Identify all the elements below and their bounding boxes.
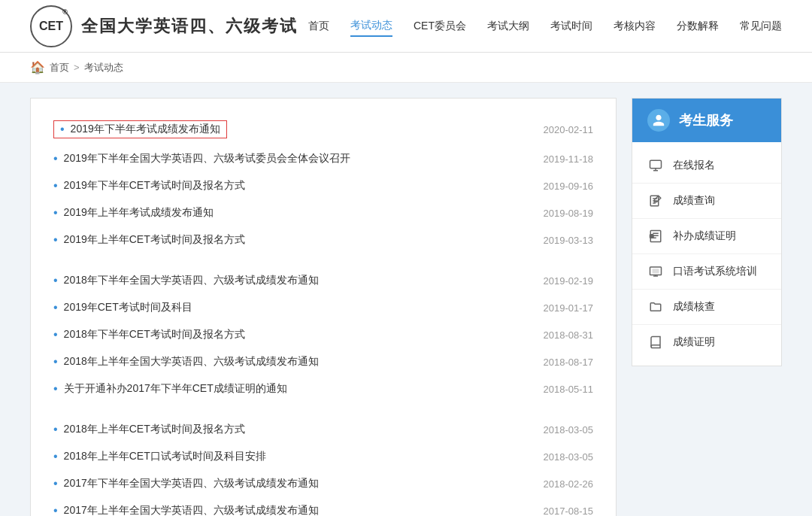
screen-icon [647, 263, 664, 280]
news-link-1[interactable]: 2019年下半年考试成绩发布通知 [53, 120, 227, 138]
registered-mark: ® [62, 8, 68, 16]
list-item: 2019年CET考试时间及科目 2019-01-17 [53, 294, 593, 321]
news-link-6[interactable]: 2018年下半年全国大学英语四、六级考试成绩发布通知 [53, 274, 319, 287]
sidebar-item-label: 成绩证明 [673, 335, 715, 349]
nav-score[interactable]: 分数解释 [677, 17, 719, 36]
sidebar-title: 考生服务 [679, 111, 733, 129]
sidebar-header-icon [647, 109, 670, 132]
logo: CET ® [30, 5, 72, 47]
list-item: 2019年下半年全国大学英语四、六级考试委员会全体会议召开 2019-11-18 [53, 145, 593, 172]
news-link-14[interactable]: 2017年上半年全国大学英语四、六级考试成绩发布通知 [53, 504, 319, 516]
news-date-8: 2018-08-31 [544, 329, 594, 341]
news-link-9[interactable]: 2018年上半年全国大学英语四、六级考试成绩发布通知 [53, 355, 319, 369]
site-title: 全国大学英语四、六级考试 [81, 15, 298, 38]
breadcrumb-sep: > [74, 62, 80, 73]
nav-news[interactable]: 考试动态 [350, 16, 392, 37]
news-link-13[interactable]: 2017年下半年全国大学英语四、六级考试成绩发布通知 [53, 477, 319, 490]
edit-icon [647, 193, 664, 209]
folder-icon [647, 299, 664, 315]
main-nav: 首页 考试动态 CET委员会 考试大纲 考试时间 考核内容 分数解释 常见问题 [308, 16, 782, 37]
news-date-3: 2019-09-16 [544, 181, 594, 192]
header: CET ® 全国大学英语四、六级考试 首页 考试动态 CET委员会 考试大纲 考… [0, 0, 812, 53]
sidebar-item-label: 口语考试系统培训 [673, 265, 757, 278]
news-list: 2019年下半年考试成绩发布通知 2020-02-11 2019年下半年全国大学… [53, 114, 593, 516]
sidebar-item-registration[interactable]: 在线报名 [632, 148, 781, 184]
list-item: 2019年下半年考试成绩发布通知 2020-02-11 [53, 114, 593, 145]
list-item: 2018年上半年CET口试考试时间及科目安排 2018-03-05 [53, 443, 593, 470]
list-item: 2019年下半年CET考试时间及报名方式 2019-09-16 [53, 172, 593, 199]
section-divider [53, 253, 593, 267]
sidebar: 考生服务 在线报名 成绩查询 [632, 98, 782, 516]
news-link-2[interactable]: 2019年下半年全国大学英语四、六级考试委员会全体会议召开 [53, 152, 350, 165]
nav-faq[interactable]: 常见问题 [740, 17, 782, 36]
news-date-6: 2019-02-19 [544, 275, 594, 287]
news-link-4[interactable]: 2019年上半年考试成绩发布通知 [53, 206, 214, 220]
news-date-1: 2020-02-11 [544, 124, 594, 135]
news-link-11[interactable]: 2018年上半年CET考试时间及报名方式 [53, 423, 245, 436]
monitor-icon [647, 157, 664, 174]
news-link-3[interactable]: 2019年下半年CET考试时间及报名方式 [53, 179, 245, 193]
breadcrumb-home[interactable]: 首页 [50, 61, 69, 74]
list-item: 2017年上半年全国大学英语四、六级考试成绩发布通知 2017-08-15 [53, 497, 593, 516]
svg-rect-0 [650, 160, 662, 168]
list-item: 2018年上半年全国大学英语四、六级考试成绩发布通知 2018-08-17 [53, 348, 593, 375]
content-area: 2019年下半年考试成绩发布通知 2020-02-11 2019年下半年全国大学… [30, 98, 617, 516]
sidebar-card: 考生服务 在线报名 成绩查询 [632, 98, 782, 366]
sidebar-item-label: 补办成绩证明 [673, 229, 736, 243]
news-date-11: 2018-03-05 [544, 424, 594, 436]
news-link-8[interactable]: 2018年下半年CET考试时间及报名方式 [53, 328, 245, 341]
home-icon: 🏠 [30, 60, 45, 74]
nav-syllabus[interactable]: 考试大纲 [487, 17, 529, 36]
sidebar-item-score-query[interactable]: 成绩查询 [632, 184, 781, 219]
news-link-5[interactable]: 2019年上半年CET考试时间及报名方式 [53, 233, 245, 247]
sidebar-item-score-check[interactable]: 成绩核查 [632, 290, 781, 325]
section-divider [53, 402, 593, 416]
list-item: 2019年上半年考试成绩发布通知 2019-08-19 [53, 199, 593, 226]
sidebar-item-label: 在线报名 [673, 159, 715, 172]
news-link-7[interactable]: 2019年CET考试时间及科目 [53, 301, 192, 314]
news-date-5: 2019-03-13 [544, 235, 594, 246]
news-link-12[interactable]: 2018年上半年CET口试考试时间及科目安排 [53, 450, 266, 463]
logo-area: CET ® 全国大学英语四、六级考试 [30, 5, 298, 47]
svg-rect-5 [650, 235, 654, 238]
document-icon [647, 228, 664, 244]
news-date-2: 2019-11-18 [544, 153, 594, 165]
list-item: 2017年下半年全国大学英语四、六级考试成绩发布通知 2018-02-26 [53, 470, 593, 497]
list-item: 2018年下半年全国大学英语四、六级考试成绩发布通知 2019-02-19 [53, 267, 593, 294]
main-wrapper: 2019年下半年考试成绩发布通知 2020-02-11 2019年下半年全国大学… [0, 83, 812, 516]
nav-home[interactable]: 首页 [308, 17, 329, 36]
breadcrumb: 🏠 首页 > 考试动态 [0, 53, 812, 83]
logo-text: CET [39, 20, 63, 33]
book-icon [647, 334, 664, 351]
list-item: 2019年上半年CET考试时间及报名方式 2019-03-13 [53, 226, 593, 253]
sidebar-item-score-cert[interactable]: 成绩证明 [632, 325, 781, 360]
news-date-9: 2018-08-17 [544, 357, 594, 368]
sidebar-menu: 在线报名 成绩查询 补办成绩证明 [632, 142, 781, 366]
sidebar-header: 考生服务 [632, 99, 781, 142]
nav-committee[interactable]: CET委员会 [414, 17, 466, 36]
list-item: 2018年上半年CET考试时间及报名方式 2018-03-05 [53, 416, 593, 443]
nav-time[interactable]: 考试时间 [550, 17, 592, 36]
news-date-13: 2018-02-26 [544, 478, 594, 490]
sidebar-item-label: 成绩查询 [673, 194, 715, 208]
nav-content[interactable]: 考核内容 [614, 17, 656, 36]
breadcrumb-current: 考试动态 [84, 61, 123, 74]
sidebar-item-oral-training[interactable]: 口语考试系统培训 [632, 254, 781, 290]
news-date-7: 2019-01-17 [544, 302, 594, 314]
svg-rect-7 [653, 269, 659, 273]
list-item: 关于开通补办2017年下半年CET成绩证明的通知 2018-05-11 [53, 375, 593, 402]
sidebar-item-cert-reissue[interactable]: 补办成绩证明 [632, 219, 781, 254]
sidebar-item-label: 成绩核查 [673, 300, 715, 314]
news-date-10: 2018-05-11 [544, 384, 594, 395]
list-item: 2018年下半年CET考试时间及报名方式 2018-08-31 [53, 321, 593, 348]
news-date-4: 2019-08-19 [544, 208, 594, 219]
news-date-14: 2017-08-15 [544, 505, 594, 517]
news-date-12: 2018-03-05 [544, 451, 594, 463]
news-link-10[interactable]: 关于开通补办2017年下半年CET成绩证明的通知 [53, 382, 287, 396]
